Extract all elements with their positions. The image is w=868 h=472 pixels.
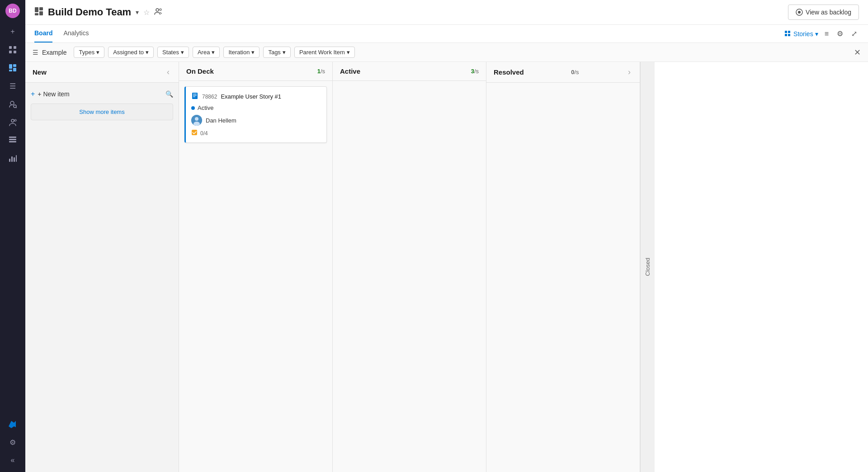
types-chevron-icon: ▾ xyxy=(96,49,99,56)
person-search-icon[interactable] xyxy=(5,96,21,112)
svg-rect-6 xyxy=(13,68,16,71)
team-members-icon[interactable] xyxy=(154,7,162,17)
azure-devops-icon[interactable] xyxy=(5,416,21,432)
svg-point-8 xyxy=(10,101,14,105)
parent-work-item-chevron-icon: ▾ xyxy=(347,49,350,56)
column-new-title: New xyxy=(33,68,47,76)
tags-chevron-icon: ▾ xyxy=(283,49,286,56)
expand-button[interactable]: ⤢ xyxy=(849,28,859,40)
card-assignee: Dan Hellem xyxy=(191,115,321,126)
iteration-filter[interactable]: Iteration ▾ xyxy=(223,47,259,58)
show-more-items-button[interactable]: Show more items xyxy=(31,104,173,120)
svg-rect-16 xyxy=(9,159,10,162)
column-resolved: Resolved 0/s › xyxy=(486,62,640,472)
column-closed[interactable]: Closed xyxy=(640,62,655,472)
assigned-to-filter[interactable]: Assigned to ▾ xyxy=(108,47,154,58)
area-chevron-icon: ▾ xyxy=(212,49,215,56)
tab-board[interactable]: Board xyxy=(34,25,52,42)
parent-work-item-filter[interactable]: Parent Work Item ▾ xyxy=(294,47,355,58)
area-filter-label: Area xyxy=(198,49,210,56)
column-new-header: New ‹ xyxy=(25,62,179,83)
collapse-sidebar-icon[interactable]: « xyxy=(5,452,21,468)
main-content: Build Demo Team ▾ ☆ View as backlog Boar… xyxy=(25,0,868,472)
svg-rect-19 xyxy=(16,155,17,162)
column-new: New ‹ + + New item 🔍 Show more items xyxy=(25,62,179,472)
add-icon[interactable]: + xyxy=(5,24,21,40)
card-id: 78862 xyxy=(202,94,217,100)
board-header-icon xyxy=(34,7,43,18)
svg-point-25 xyxy=(160,9,161,10)
types-filter-label: Types xyxy=(79,49,94,56)
boards-icon[interactable] xyxy=(5,60,21,76)
svg-rect-5 xyxy=(13,64,16,67)
avatar[interactable]: BD xyxy=(5,4,20,18)
column-on-deck-current: 1 xyxy=(317,68,321,75)
stories-dropdown-button[interactable]: Stories ▾ xyxy=(784,30,818,38)
svg-rect-13 xyxy=(9,137,16,138)
column-on-deck-title: On Deck xyxy=(186,67,214,75)
svg-rect-23 xyxy=(35,13,38,15)
svg-point-12 xyxy=(14,119,16,121)
view-backlog-label: View as backlog xyxy=(806,9,851,16)
assigned-to-chevron-icon: ▾ xyxy=(146,49,149,56)
view-as-backlog-button[interactable]: View as backlog xyxy=(788,5,859,20)
work-item-type-icon xyxy=(191,92,198,101)
card-title: Example User Story #1 xyxy=(221,93,281,100)
svg-rect-15 xyxy=(9,141,16,142)
menu-icon[interactable]: ☰ xyxy=(5,78,21,94)
column-resolved-header: Resolved 0/s › xyxy=(486,62,640,83)
area-filter[interactable]: Area ▾ xyxy=(193,47,220,58)
svg-rect-2 xyxy=(9,51,12,53)
page-header: Build Demo Team ▾ ☆ View as backlog xyxy=(25,0,868,25)
closed-column-label: Closed xyxy=(644,258,651,276)
search-button[interactable]: 🔍 xyxy=(165,90,173,98)
svg-line-10 xyxy=(16,107,17,108)
filter-name-label: Example xyxy=(42,49,66,56)
filter-bar: ☰ Example Types ▾ Assigned to ▾ States ▾… xyxy=(25,43,868,62)
svg-point-37 xyxy=(195,117,198,121)
assignee-name: Dan Hellem xyxy=(206,117,236,124)
show-more-label: Show more items xyxy=(79,109,124,115)
column-on-deck-body: 78862 Example User Story #1 Active Dan H… xyxy=(179,81,332,472)
column-active: Active 3/s xyxy=(333,62,486,472)
column-on-deck: On Deck 1/s 78862 Example User Story #1 xyxy=(179,62,333,472)
new-item-button[interactable]: + + New item xyxy=(31,88,70,100)
column-resolved-title: Resolved xyxy=(494,68,524,76)
plus-icon: + xyxy=(31,90,35,98)
assignee-avatar xyxy=(191,115,202,126)
column-active-current: 3 xyxy=(471,68,474,75)
settings-icon[interactable]: ⚙ xyxy=(5,434,21,450)
svg-rect-18 xyxy=(14,157,15,162)
board-settings-button[interactable]: ⚙ xyxy=(835,28,845,40)
favorite-icon[interactable]: ☆ xyxy=(143,8,150,17)
svg-rect-4 xyxy=(9,64,12,69)
card-top: 78862 Example User Story #1 xyxy=(191,92,321,101)
home-icon[interactable] xyxy=(5,42,21,58)
iteration-filter-label: Iteration xyxy=(228,49,250,56)
tab-analytics[interactable]: Analytics xyxy=(63,25,89,42)
column-active-title: Active xyxy=(340,67,360,75)
chart-icon[interactable] xyxy=(5,150,21,166)
title-dropdown-chevron[interactable]: ▾ xyxy=(136,9,139,16)
card-status-text: Active xyxy=(198,104,213,111)
column-new-collapse-button[interactable]: ‹ xyxy=(165,67,171,77)
table-icon[interactable] xyxy=(5,132,21,148)
column-resolved-count: 0/s xyxy=(571,69,579,76)
tabs-bar: Board Analytics Stories ▾ ≡ ⚙ ⤢ xyxy=(25,25,868,43)
svg-point-24 xyxy=(156,9,159,11)
filter-close-button[interactable]: ✕ xyxy=(854,47,861,57)
tags-filter-label: Tags xyxy=(268,49,280,56)
svg-rect-0 xyxy=(9,46,12,49)
column-resolved-expand-button[interactable]: › xyxy=(626,67,632,77)
tags-filter[interactable]: Tags ▾ xyxy=(263,47,290,58)
card-status: Active xyxy=(191,104,321,111)
work-item-card[interactable]: 78862 Example User Story #1 Active Dan H… xyxy=(184,86,327,143)
types-filter[interactable]: Types ▾ xyxy=(74,47,104,58)
task-count-text: 0/4 xyxy=(200,130,208,137)
column-on-deck-header: On Deck 1/s xyxy=(179,62,332,81)
states-filter[interactable]: States ▾ xyxy=(157,47,189,58)
svg-rect-21 xyxy=(39,7,43,10)
team-icon[interactable] xyxy=(5,114,21,130)
header-right: View as backlog xyxy=(788,5,859,20)
filter-lines-button[interactable]: ≡ xyxy=(823,28,830,40)
